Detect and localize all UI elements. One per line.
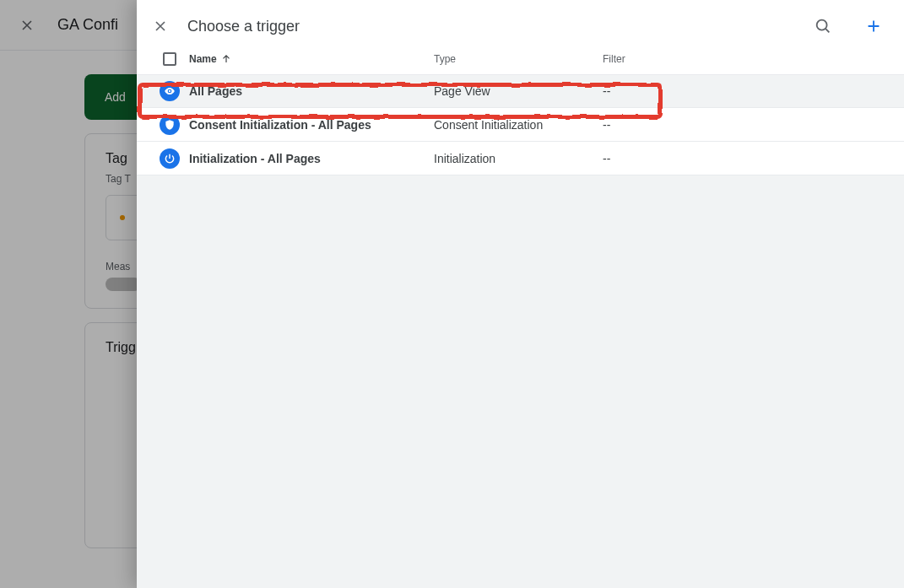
shield-icon bbox=[160, 115, 180, 135]
column-name[interactable]: Name bbox=[189, 53, 434, 65]
close-icon[interactable] bbox=[150, 16, 171, 36]
search-icon[interactable] bbox=[806, 9, 840, 43]
trigger-name: Initialization - All Pages bbox=[189, 152, 434, 165]
panel-fill bbox=[137, 175, 904, 588]
trigger-icon bbox=[150, 81, 189, 101]
trigger-filter: -- bbox=[603, 84, 670, 98]
add-icon[interactable] bbox=[857, 9, 890, 43]
column-name-label: Name bbox=[189, 53, 217, 65]
trigger-rows: All PagesPage View--Consent Initializati… bbox=[137, 74, 904, 175]
trigger-filter: -- bbox=[603, 118, 670, 132]
sort-asc-icon bbox=[220, 53, 232, 65]
trigger-row[interactable]: All PagesPage View-- bbox=[137, 74, 904, 108]
trigger-filter: -- bbox=[603, 152, 670, 165]
trigger-type: Initialization bbox=[434, 152, 603, 165]
trigger-type: Consent Initialization bbox=[434, 118, 603, 132]
trigger-name: Consent Initialization - All Pages bbox=[189, 118, 434, 132]
trigger-icon bbox=[150, 148, 189, 169]
trigger-row[interactable]: Consent Initialization - All PagesConsen… bbox=[137, 108, 904, 142]
power-icon bbox=[160, 148, 180, 169]
choose-trigger-panel: Choose a trigger Name Type Filter bbox=[137, 0, 904, 588]
select-all-checkbox[interactable] bbox=[150, 52, 189, 66]
eye-icon bbox=[160, 81, 180, 101]
svg-point-0 bbox=[817, 20, 827, 30]
column-filter[interactable]: Filter bbox=[603, 53, 670, 65]
trigger-name: All Pages bbox=[189, 84, 434, 98]
panel-header: Choose a trigger bbox=[137, 0, 904, 52]
trigger-type: Page View bbox=[434, 84, 603, 98]
table-header: Name Type Filter bbox=[137, 52, 904, 74]
trigger-row[interactable]: Initialization - All PagesInitialization… bbox=[137, 142, 904, 175]
panel-title: Choose a trigger bbox=[187, 18, 300, 35]
trigger-icon bbox=[150, 115, 189, 135]
column-type[interactable]: Type bbox=[434, 53, 603, 65]
